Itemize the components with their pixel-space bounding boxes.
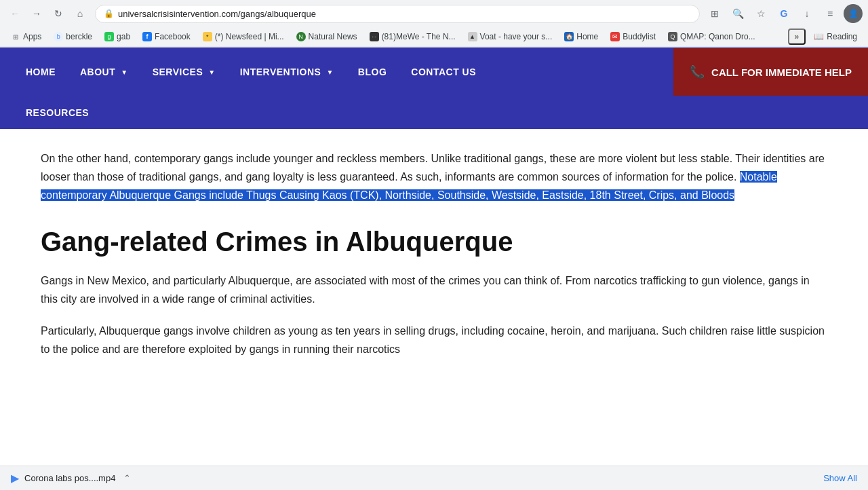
lock-icon: 🔒 bbox=[104, 9, 114, 18]
browser-chrome: ← → ↻ ⌂ 🔒 universalcrisisintervention.co… bbox=[0, 0, 868, 48]
nav-resources-label: RESOURCES bbox=[26, 107, 89, 118]
menu-button[interactable]: ≡ bbox=[821, 4, 840, 23]
bookmark-facebook-label: Facebook bbox=[155, 32, 191, 41]
overflow-button[interactable]: » bbox=[788, 29, 806, 45]
about-arrow-icon: ▼ bbox=[121, 69, 127, 76]
paragraph-1: On the other hand, contemporary gangs in… bbox=[41, 149, 827, 205]
nav-about[interactable]: ABOUT ▼ bbox=[68, 48, 140, 96]
back-button[interactable]: ← bbox=[5, 4, 24, 23]
nav-blog[interactable]: BLOG bbox=[346, 48, 399, 96]
section-heading: Gang-related Crimes in Albuquerque bbox=[41, 225, 827, 258]
interventions-arrow-icon: ▼ bbox=[326, 69, 333, 76]
bookmark-home[interactable]: 🏠 Home bbox=[559, 30, 604, 43]
berckle-favicon: b bbox=[54, 32, 63, 41]
url-text: universalcrisisintervention.com/gangs/al… bbox=[118, 9, 691, 19]
browser-toolbar: ← → ↻ ⌂ 🔒 universalcrisisintervention.co… bbox=[0, 0, 868, 27]
services-arrow-icon: ▼ bbox=[208, 69, 215, 76]
buddylist-favicon: ✉ bbox=[610, 32, 620, 41]
home-favicon: 🏠 bbox=[564, 32, 574, 41]
profile-avatar[interactable]: 👤 bbox=[844, 4, 863, 23]
forward-button[interactable]: → bbox=[27, 4, 46, 23]
bookmark-home-label: Home bbox=[576, 32, 598, 41]
nav-resources[interactable]: RESOURCES bbox=[14, 96, 101, 129]
bookmark-newsfeed-label: (*) Newsfeed | Mi... bbox=[215, 32, 284, 41]
gab-favicon: g bbox=[104, 32, 114, 41]
reload-button[interactable]: ↻ bbox=[49, 4, 68, 23]
nav-services-label: SERVICES bbox=[153, 67, 203, 77]
nav-services[interactable]: SERVICES ▼ bbox=[140, 48, 228, 96]
bookmark-apps-label: Apps bbox=[23, 32, 41, 41]
bookmark-mewe-label: (81)MeWe - The N... bbox=[382, 32, 456, 41]
search-button[interactable]: 🔍 bbox=[728, 4, 747, 23]
bookmark-apps[interactable]: ⊞ Apps bbox=[5, 30, 47, 43]
phone-icon: 📞 bbox=[690, 64, 705, 79]
site-nav: HOME ABOUT ▼ SERVICES ▼ INTERVENTIONS ▼ … bbox=[14, 48, 673, 96]
newsfeed-favicon: * bbox=[203, 32, 212, 41]
site-nav-row2: RESOURCES bbox=[0, 96, 868, 129]
bookmark-voat[interactable]: ▲ Voat - have your s... bbox=[462, 30, 558, 43]
profile-g-button[interactable]: G bbox=[774, 4, 793, 23]
reading-label: Reading bbox=[827, 32, 857, 41]
bookmark-naturalnews[interactable]: N Natural News bbox=[291, 30, 363, 43]
bookmark-gab[interactable]: g gab bbox=[99, 30, 136, 43]
browser-nav-buttons: ← → ↻ ⌂ bbox=[5, 4, 90, 23]
bookmark-mewe[interactable]: ··· (81)MeWe - The N... bbox=[364, 30, 461, 43]
bookmark-buddylist[interactable]: ✉ Buddylist bbox=[605, 30, 661, 43]
voat-favicon: ▲ bbox=[468, 32, 477, 41]
nav-interventions[interactable]: INTERVENTIONS ▼ bbox=[228, 48, 346, 96]
bookmark-qmap-label: QMAP: Qanon Dro... bbox=[680, 32, 755, 41]
site-header: HOME ABOUT ▼ SERVICES ▼ INTERVENTIONS ▼ … bbox=[0, 48, 868, 129]
extensions-button[interactable]: ⊞ bbox=[705, 4, 724, 23]
reading-icon: 📖 bbox=[814, 32, 824, 41]
nav-contact[interactable]: CONTACT US bbox=[399, 48, 488, 96]
nav-interventions-label: INTERVENTIONS bbox=[240, 67, 321, 77]
download-button[interactable]: ↓ bbox=[797, 4, 816, 23]
bookmark-gab-label: gab bbox=[117, 32, 130, 41]
paragraph-2: Gangs in New Mexico, and particularly Al… bbox=[41, 271, 827, 308]
nav-about-label: ABOUT bbox=[80, 67, 115, 77]
main-content: On the other hand, contemporary gangs in… bbox=[0, 129, 868, 399]
bookmark-naturalnews-label: Natural News bbox=[309, 32, 357, 41]
nav-home-label: HOME bbox=[26, 67, 56, 77]
nav-blog-label: BLOG bbox=[358, 67, 387, 77]
paragraph-1-before: On the other hand, contemporary gangs in… bbox=[41, 153, 825, 183]
naturalnews-favicon: N bbox=[296, 32, 306, 41]
qmap-favicon: Q bbox=[668, 32, 677, 41]
bookmarks-overflow: » 📖 Reading bbox=[788, 29, 863, 45]
nav-home[interactable]: HOME bbox=[14, 48, 68, 96]
home-button[interactable]: ⌂ bbox=[71, 4, 90, 23]
bookmark-qmap[interactable]: Q QMAP: Qanon Dro... bbox=[663, 30, 761, 43]
reading-button[interactable]: 📖 Reading bbox=[808, 30, 863, 43]
bookmark-buddylist-label: Buddylist bbox=[623, 32, 656, 41]
call-button[interactable]: 📞 CALL FOR IMMEDIATE HELP bbox=[673, 48, 868, 96]
address-bar[interactable]: 🔒 universalcrisisintervention.com/gangs/… bbox=[95, 5, 700, 23]
paragraph-3: Particularly, Albuquerque gangs involve … bbox=[41, 322, 827, 358]
call-btn-label: CALL FOR IMMEDIATE HELP bbox=[711, 67, 852, 78]
apps-favicon: ⊞ bbox=[11, 32, 20, 41]
mewe-favicon: ··· bbox=[370, 32, 379, 41]
bookmark-berckle-label: berckle bbox=[66, 32, 92, 41]
bookmark-voat-label: Voat - have your s... bbox=[480, 32, 553, 41]
bookmark-button[interactable]: ☆ bbox=[751, 4, 770, 23]
facebook-favicon: f bbox=[142, 32, 152, 41]
bookmark-facebook[interactable]: f Facebook bbox=[137, 30, 196, 43]
bookmarks-bar: ⊞ Apps b berckle g gab f Facebook * (*) … bbox=[0, 27, 868, 47]
bookmark-newsfeed[interactable]: * (*) Newsfeed | Mi... bbox=[197, 30, 290, 43]
bookmark-berckle[interactable]: b berckle bbox=[48, 30, 98, 43]
browser-actions: ⊞ 🔍 ☆ G ↓ ≡ 👤 bbox=[705, 4, 863, 23]
nav-contact-label: CONTACT US bbox=[411, 67, 476, 77]
